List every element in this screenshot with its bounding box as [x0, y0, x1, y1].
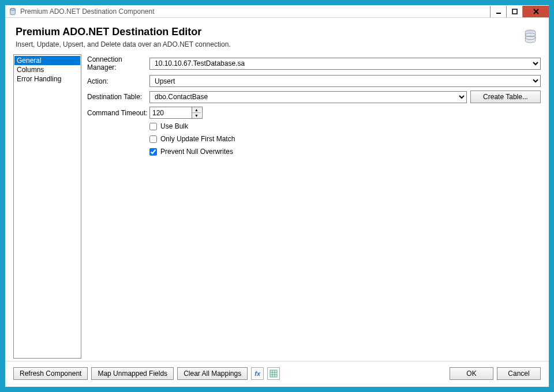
action-select[interactable]: Upsert — [149, 75, 541, 87]
window-title: Premium ADO.NET Destination Component — [20, 7, 155, 16]
ok-button[interactable]: OK — [450, 367, 493, 380]
database-icon — [9, 7, 17, 16]
command-timeout-label: Command Timeout: — [87, 109, 149, 117]
map-unmapped-fields-button[interactable]: Map Unmapped Fields — [91, 367, 174, 380]
footer: Refresh Component Map Unmapped Fields Cl… — [5, 361, 549, 387]
spinner-up-icon[interactable]: ▲ — [192, 107, 201, 113]
destination-table-select[interactable]: dbo.ContactBase — [149, 91, 467, 103]
form-area: Connection Manager: 10.10.10.67.TestData… — [87, 54, 541, 359]
clear-all-mappings-button[interactable]: Clear All Mappings — [177, 367, 248, 380]
refresh-component-button[interactable]: Refresh Component — [13, 367, 88, 380]
sidebar-item-general[interactable]: General — [14, 56, 80, 65]
cancel-button[interactable]: Cancel — [497, 367, 541, 380]
page-title: Premium ADO.NET Destination Editor — [16, 26, 522, 38]
expression-builder-icon[interactable]: fx — [251, 367, 264, 380]
svg-rect-9 — [270, 370, 277, 377]
close-button[interactable] — [522, 6, 549, 17]
create-table-button[interactable]: Create Table... — [470, 91, 541, 103]
prevent-null-overwrites-checkbox[interactable] — [149, 148, 157, 156]
sidebar: General Columns Error Handling — [13, 54, 81, 359]
connection-manager-select[interactable]: 10.10.10.67.TestDatabase.sa — [149, 58, 541, 70]
svg-rect-2 — [496, 13, 501, 14]
command-timeout-input[interactable] — [150, 107, 192, 118]
sidebar-item-error-handling[interactable]: Error Handling — [14, 74, 80, 84]
titlebar: Premium ADO.NET Destination Component — [5, 5, 549, 18]
command-timeout-stepper[interactable]: ▲ ▼ — [149, 107, 203, 119]
connection-manager-label: Connection Manager: — [87, 55, 149, 71]
only-update-first-match-label: Only Update First Match — [160, 135, 235, 143]
destination-table-label: Destination Table: — [87, 93, 149, 101]
app-window: Premium ADO.NET Destination Component Pr… — [5, 5, 549, 387]
database-large-icon — [522, 28, 538, 44]
spinner-down-icon[interactable]: ▼ — [192, 113, 201, 118]
sidebar-item-columns[interactable]: Columns — [14, 65, 80, 74]
maximize-button[interactable] — [506, 6, 522, 17]
prevent-null-overwrites-label: Prevent Null Overwrites — [160, 148, 233, 156]
use-bulk-label: Use Bulk — [160, 122, 188, 130]
minimize-button[interactable] — [490, 6, 506, 17]
only-update-first-match-checkbox[interactable] — [149, 135, 157, 143]
header: Premium ADO.NET Destination Editor Inser… — [5, 18, 549, 54]
action-label: Action: — [87, 77, 149, 85]
use-bulk-checkbox[interactable] — [149, 123, 157, 130]
svg-rect-3 — [512, 9, 517, 14]
grid-tool-icon[interactable] — [267, 367, 280, 380]
page-subtitle: Insert, Update, Upsert, and Delete data … — [16, 40, 522, 48]
